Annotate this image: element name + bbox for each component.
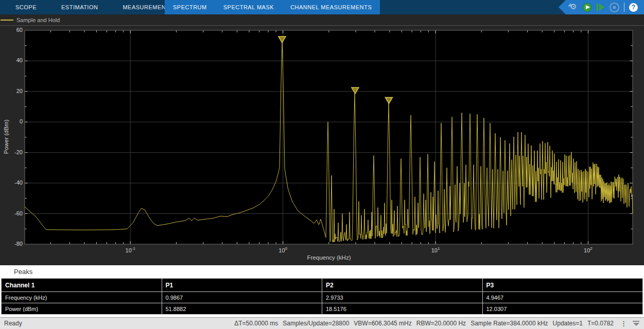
more-options-icon[interactable]: ⋮ xyxy=(620,320,628,327)
peaks-table-header-row: Channel 1P1P2P3 xyxy=(2,279,643,292)
peaks-cell: 12.0307 xyxy=(482,303,643,315)
flag-icon xyxy=(567,3,572,8)
process-settings-icon[interactable]: ⚙ xyxy=(570,3,578,12)
step-forward-button[interactable] xyxy=(596,3,605,11)
y-tick-label: -40 xyxy=(6,179,23,186)
status-text: Ready xyxy=(4,320,22,327)
x-tick-label: 101 xyxy=(424,246,447,253)
x-tick-label: 102 xyxy=(577,246,599,253)
help-button[interactable]: ? xyxy=(629,3,638,12)
stop-button[interactable] xyxy=(610,3,619,12)
tab-group-contextual: SPECTRUM SPECTRAL MASK CHANNEL MEASUREME… xyxy=(165,0,380,14)
collapse-statusbar-icon[interactable] xyxy=(633,321,639,326)
quick-access-toolbar: ⚙ ? xyxy=(559,0,644,14)
y-tick-label: 20 xyxy=(6,88,23,94)
status-stat: Updates=1 xyxy=(553,320,583,327)
y-tick-label: 60 xyxy=(6,27,23,33)
run-button[interactable] xyxy=(583,3,591,12)
peaks-cell: 2.9733 xyxy=(322,292,483,303)
peaks-table: Channel 1P1P2P3 Frequency (kHz)0.98672.9… xyxy=(1,278,643,315)
peaks-cell: Frequency (kHz) xyxy=(2,292,162,303)
spectrum-plot-canvas[interactable] xyxy=(0,26,644,265)
peaks-col-header: P3 xyxy=(482,279,643,292)
toolstrip: SCOPE ESTIMATION MEASUREMENTS SPECTRUM S… xyxy=(0,0,644,14)
status-stats: ΔT=50.0000 msSamples/Update=28800VBW=606… xyxy=(234,318,641,329)
legend-line-sample xyxy=(1,20,13,21)
play-icon xyxy=(586,5,590,9)
peaks-cell: 51.8882 xyxy=(162,303,322,315)
tab-estimation[interactable]: ESTIMATION xyxy=(49,0,110,14)
status-stat: Samples/Update=28800 xyxy=(283,320,349,327)
status-stat: VBW=606.3045 mHz xyxy=(354,320,411,327)
tab-spectral-mask[interactable]: SPECTRAL MASK xyxy=(215,0,282,14)
tab-spectrum[interactable]: SPECTRUM xyxy=(165,0,215,14)
legend-label[interactable]: Sample and Hold xyxy=(16,17,60,23)
tab-channel-measurements[interactable]: CHANNEL MEASUREMENTS xyxy=(282,0,380,14)
peaks-cell: 18.5176 xyxy=(322,303,483,315)
x-tick-label: 10-1 xyxy=(119,246,142,253)
y-tick-label: 40 xyxy=(6,57,23,63)
spectrum-analyzer-window: SCOPE ESTIMATION MEASUREMENTS SPECTRUM S… xyxy=(0,0,644,329)
status-stat: Sample Rate=384.0000 kHz xyxy=(471,320,548,327)
peaks-cell: Power (dBm) xyxy=(2,303,162,315)
legend: Sample and Hold xyxy=(0,14,644,26)
toolbar-divider xyxy=(624,3,624,12)
peaks-col-header: Channel 1 xyxy=(2,279,162,292)
x-tick-label: 100 xyxy=(272,246,294,253)
peaks-panel-title: Peaks xyxy=(14,268,32,276)
peaks-table-row: Power (dBm)51.888218.517612.0307 xyxy=(2,303,643,315)
peaks-cell: 0.9867 xyxy=(162,292,322,303)
status-stat: RBW=20.0000 Hz xyxy=(416,320,466,327)
tab-group-main: SCOPE ESTIMATION MEASUREMENTS xyxy=(3,0,186,14)
status-stat: ΔT=50.0000 ms xyxy=(234,320,278,327)
peaks-col-header: P1 xyxy=(162,279,322,292)
y-tick-label: -60 xyxy=(6,210,23,216)
y-tick-label: 0 xyxy=(6,118,23,124)
peaks-panel: Peaks Channel 1P1P2P3 Frequency (kHz)0.9… xyxy=(0,265,644,317)
y-tick-label: -20 xyxy=(6,149,23,155)
stop-square-icon xyxy=(613,6,616,9)
status-bar: Ready ΔT=50.0000 msSamples/Update=28800V… xyxy=(0,317,644,329)
y-tick-label: -80 xyxy=(6,241,23,247)
peaks-table-row: Frequency (kHz)0.98672.97334.9467 xyxy=(2,292,643,303)
x-axis-label: Frequency (kHz) xyxy=(288,254,370,261)
spectrum-plot[interactable]: Power (dBm) Frequency (kHz) 6040200-20-4… xyxy=(0,26,644,265)
tab-scope[interactable]: SCOPE xyxy=(3,0,49,14)
peaks-cell: 4.9467 xyxy=(482,292,643,303)
peaks-col-header: P2 xyxy=(322,279,483,292)
status-stat: T=0.0782 xyxy=(587,320,614,327)
